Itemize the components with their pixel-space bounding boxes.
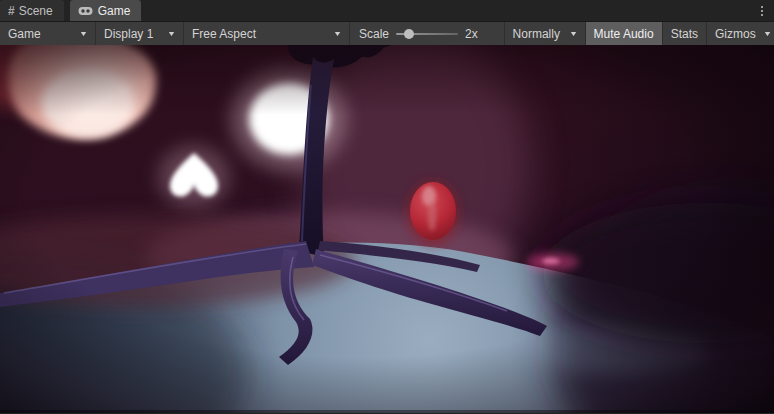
grid-icon: # [8, 4, 14, 18]
game-viewport[interactable] [0, 45, 774, 413]
scale-control: Scale 2x [350, 22, 490, 45]
chevron-down-icon: ▼ [167, 30, 176, 37]
unity-game-view-window: # Scene Game Game ▼ Display 1 ▼ Free A [0, 0, 774, 414]
tab-game[interactable]: Game [70, 0, 142, 21]
display-target-dropdown[interactable]: Display 1 ▼ [96, 22, 184, 45]
mute-audio-button[interactable]: Mute Audio [586, 22, 663, 45]
play-mode-dropdown[interactable]: Normally ▼ [504, 22, 586, 45]
scale-label: Scale [359, 27, 389, 41]
tab-scene[interactable]: # Scene [0, 0, 64, 21]
display-mode-dropdown[interactable]: Game ▼ [0, 22, 96, 45]
chevron-down-icon: ▼ [569, 30, 578, 37]
tab-game-label: Game [98, 4, 131, 18]
chevron-down-icon: ▼ [79, 30, 88, 37]
gizmos-label: Gizmos [715, 27, 756, 41]
game-view-toolbar: Game ▼ Display 1 ▼ Free Aspect ▼ Scale 2… [0, 22, 774, 45]
game-render-canvas [0, 45, 774, 413]
display-mode-label: Game [8, 27, 41, 41]
gizmos-dropdown[interactable]: Gizmos ▼ [707, 22, 774, 45]
kebab-menu-icon[interactable] [759, 4, 765, 18]
aspect-ratio-label: Free Aspect [192, 27, 256, 41]
mute-audio-label: Mute Audio [594, 27, 654, 41]
vignette [0, 45, 774, 413]
display-target-label: Display 1 [104, 27, 153, 41]
scale-slider-handle[interactable] [404, 29, 414, 39]
stats-label: Stats [671, 27, 698, 41]
tab-scene-label: Scene [19, 4, 53, 18]
toolbar-spacer [490, 22, 504, 45]
chevron-down-icon: ▼ [763, 30, 772, 37]
scale-value: 2x [465, 27, 481, 41]
tab-bar: # Scene Game [0, 0, 774, 22]
bottom-edge [0, 410, 774, 413]
aspect-ratio-dropdown[interactable]: Free Aspect ▼ [184, 22, 350, 45]
stats-button[interactable]: Stats [663, 22, 707, 45]
scale-slider[interactable] [396, 28, 458, 40]
play-mode-label: Normally [513, 27, 560, 41]
chevron-down-icon: ▼ [333, 30, 342, 37]
gamepad-icon [78, 6, 93, 16]
